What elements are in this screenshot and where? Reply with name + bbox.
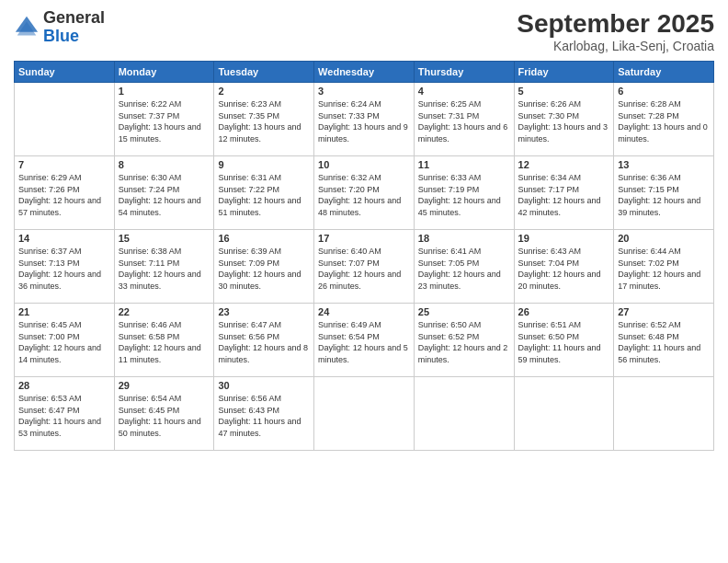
- subtitle: Karlobag, Lika-Senj, Croatia: [517, 39, 714, 53]
- week-row-2: 14Sunrise: 6:37 AMSunset: 7:13 PMDayligh…: [15, 230, 714, 304]
- day-info: Sunrise: 6:30 AMSunset: 7:24 PMDaylight:…: [119, 172, 210, 218]
- day-info: Sunrise: 6:28 AMSunset: 7:28 PMDaylight:…: [618, 98, 710, 144]
- day-number: 8: [119, 159, 210, 170]
- day-cell-2-2: 16Sunrise: 6:39 AMSunset: 7:09 PMDayligh…: [214, 230, 314, 304]
- day-cell-1-4: 11Sunrise: 6:33 AMSunset: 7:19 PMDayligh…: [414, 156, 514, 230]
- day-info: Sunrise: 6:51 AMSunset: 6:50 PMDaylight:…: [518, 319, 610, 365]
- day-number: 4: [418, 86, 510, 97]
- day-cell-1-1: 8Sunrise: 6:30 AMSunset: 7:24 PMDaylight…: [114, 156, 214, 230]
- day-info: Sunrise: 6:50 AMSunset: 6:52 PMDaylight:…: [418, 319, 510, 365]
- day-info: Sunrise: 6:40 AMSunset: 7:07 PMDaylight:…: [318, 246, 410, 292]
- day-info: Sunrise: 6:53 AMSunset: 6:47 PMDaylight:…: [18, 393, 110, 439]
- logo-icon: [14, 15, 40, 40]
- day-number: 17: [318, 233, 410, 244]
- day-number: 16: [218, 233, 310, 244]
- logo-blue: Blue: [43, 27, 79, 45]
- day-info: Sunrise: 6:22 AMSunset: 7:37 PMDaylight:…: [119, 98, 210, 144]
- day-cell-3-5: 26Sunrise: 6:51 AMSunset: 6:50 PMDayligh…: [514, 304, 614, 377]
- day-number: 2: [218, 86, 310, 97]
- day-number: 14: [18, 233, 110, 244]
- day-number: 3: [318, 86, 410, 97]
- header: General Blue September 2025 Karlobag, Li…: [14, 9, 714, 53]
- day-cell-2-6: 20Sunrise: 6:44 AMSunset: 7:02 PMDayligh…: [614, 230, 714, 304]
- logo-general: General: [43, 8, 105, 27]
- day-number: 19: [518, 233, 610, 244]
- day-info: Sunrise: 6:37 AMSunset: 7:13 PMDaylight:…: [18, 246, 110, 292]
- day-number: 21: [18, 306, 110, 317]
- day-info: Sunrise: 6:26 AMSunset: 7:30 PMDaylight:…: [518, 98, 610, 144]
- day-info: Sunrise: 6:49 AMSunset: 6:54 PMDaylight:…: [318, 319, 410, 365]
- day-number: 6: [618, 86, 710, 97]
- day-cell-1-5: 12Sunrise: 6:34 AMSunset: 7:17 PMDayligh…: [514, 156, 614, 230]
- day-cell-0-2: 2Sunrise: 6:23 AMSunset: 7:35 PMDaylight…: [214, 83, 314, 156]
- day-cell-1-2: 9Sunrise: 6:31 AMSunset: 7:22 PMDaylight…: [214, 156, 314, 230]
- day-info: Sunrise: 6:52 AMSunset: 6:48 PMDaylight:…: [618, 319, 710, 365]
- day-cell-0-4: 4Sunrise: 6:25 AMSunset: 7:31 PMDaylight…: [414, 83, 514, 156]
- day-info: Sunrise: 6:38 AMSunset: 7:11 PMDaylight:…: [119, 246, 210, 292]
- day-info: Sunrise: 6:56 AMSunset: 6:43 PMDaylight:…: [218, 393, 310, 439]
- day-info: Sunrise: 6:24 AMSunset: 7:33 PMDaylight:…: [318, 98, 410, 144]
- day-info: Sunrise: 6:45 AMSunset: 7:00 PMDaylight:…: [18, 319, 110, 365]
- day-number: 15: [119, 233, 210, 244]
- col-thursday: Thursday: [414, 62, 514, 83]
- day-info: Sunrise: 6:39 AMSunset: 7:09 PMDaylight:…: [218, 246, 310, 292]
- day-cell-0-6: 6Sunrise: 6:28 AMSunset: 7:28 PMDaylight…: [614, 83, 714, 156]
- day-number: 28: [18, 380, 110, 391]
- day-cell-1-3: 10Sunrise: 6:32 AMSunset: 7:20 PMDayligh…: [314, 156, 415, 230]
- logo: General Blue: [14, 9, 105, 46]
- day-number: 18: [418, 233, 510, 244]
- page: General Blue September 2025 Karlobag, Li…: [0, 0, 728, 563]
- day-number: 11: [418, 159, 510, 170]
- day-number: 24: [318, 306, 410, 317]
- day-cell-4-3: [314, 377, 415, 451]
- day-number: 9: [218, 159, 310, 170]
- day-info: Sunrise: 6:29 AMSunset: 7:26 PMDaylight:…: [18, 172, 110, 218]
- day-info: Sunrise: 6:41 AMSunset: 7:05 PMDaylight:…: [418, 246, 510, 292]
- col-friday: Friday: [514, 62, 614, 83]
- day-number: 7: [18, 159, 110, 170]
- day-number: 25: [418, 306, 510, 317]
- week-row-1: 7Sunrise: 6:29 AMSunset: 7:26 PMDaylight…: [15, 156, 714, 230]
- week-row-3: 21Sunrise: 6:45 AMSunset: 7:00 PMDayligh…: [15, 304, 714, 377]
- day-cell-0-1: 1Sunrise: 6:22 AMSunset: 7:37 PMDaylight…: [114, 83, 214, 156]
- day-number: 5: [518, 86, 610, 97]
- day-cell-3-6: 27Sunrise: 6:52 AMSunset: 6:48 PMDayligh…: [614, 304, 714, 377]
- day-cell-1-0: 7Sunrise: 6:29 AMSunset: 7:26 PMDaylight…: [15, 156, 115, 230]
- day-number: 20: [618, 233, 710, 244]
- day-number: 10: [318, 159, 410, 170]
- day-number: 12: [518, 159, 610, 170]
- day-cell-4-2: 30Sunrise: 6:56 AMSunset: 6:43 PMDayligh…: [214, 377, 314, 451]
- col-wednesday: Wednesday: [314, 62, 415, 83]
- day-info: Sunrise: 6:31 AMSunset: 7:22 PMDaylight:…: [218, 172, 310, 218]
- day-cell-3-3: 24Sunrise: 6:49 AMSunset: 6:54 PMDayligh…: [314, 304, 415, 377]
- day-cell-0-3: 3Sunrise: 6:24 AMSunset: 7:33 PMDaylight…: [314, 83, 415, 156]
- day-info: Sunrise: 6:44 AMSunset: 7:02 PMDaylight:…: [618, 246, 710, 292]
- day-info: Sunrise: 6:34 AMSunset: 7:17 PMDaylight:…: [518, 172, 610, 218]
- day-cell-0-5: 5Sunrise: 6:26 AMSunset: 7:30 PMDaylight…: [514, 83, 614, 156]
- day-number: 26: [518, 306, 610, 317]
- day-cell-2-4: 18Sunrise: 6:41 AMSunset: 7:05 PMDayligh…: [414, 230, 514, 304]
- day-cell-4-6: [614, 377, 714, 451]
- day-cell-3-0: 21Sunrise: 6:45 AMSunset: 7:00 PMDayligh…: [15, 304, 115, 377]
- day-info: Sunrise: 6:32 AMSunset: 7:20 PMDaylight:…: [318, 172, 410, 218]
- day-number: 22: [119, 306, 210, 317]
- main-title: September 2025: [517, 9, 714, 39]
- day-cell-1-6: 13Sunrise: 6:36 AMSunset: 7:15 PMDayligh…: [614, 156, 714, 230]
- day-cell-3-2: 23Sunrise: 6:47 AMSunset: 6:56 PMDayligh…: [214, 304, 314, 377]
- day-cell-0-0: [15, 83, 115, 156]
- title-block: September 2025 Karlobag, Lika-Senj, Croa…: [517, 9, 714, 53]
- day-cell-3-4: 25Sunrise: 6:50 AMSunset: 6:52 PMDayligh…: [414, 304, 514, 377]
- calendar: Sunday Monday Tuesday Wednesday Thursday…: [14, 61, 714, 451]
- day-cell-4-5: [514, 377, 614, 451]
- col-saturday: Saturday: [614, 62, 714, 83]
- day-info: Sunrise: 6:54 AMSunset: 6:45 PMDaylight:…: [119, 393, 210, 439]
- day-info: Sunrise: 6:46 AMSunset: 6:58 PMDaylight:…: [119, 319, 210, 365]
- day-info: Sunrise: 6:33 AMSunset: 7:19 PMDaylight:…: [418, 172, 510, 218]
- day-cell-2-0: 14Sunrise: 6:37 AMSunset: 7:13 PMDayligh…: [15, 230, 115, 304]
- day-info: Sunrise: 6:43 AMSunset: 7:04 PMDaylight:…: [518, 246, 610, 292]
- day-number: 29: [119, 380, 210, 391]
- day-number: 23: [218, 306, 310, 317]
- calendar-header-row: Sunday Monday Tuesday Wednesday Thursday…: [15, 62, 714, 83]
- day-info: Sunrise: 6:25 AMSunset: 7:31 PMDaylight:…: [418, 98, 510, 144]
- day-cell-2-5: 19Sunrise: 6:43 AMSunset: 7:04 PMDayligh…: [514, 230, 614, 304]
